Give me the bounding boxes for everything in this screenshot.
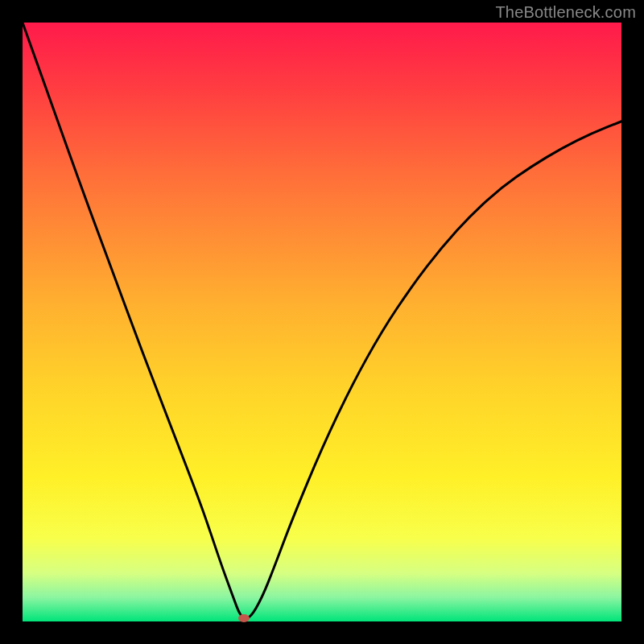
chart-plot-area — [23, 23, 621, 621]
bottleneck-curve — [23, 23, 621, 621]
watermark-text: TheBottleneck.com — [495, 3, 636, 22]
optimal-point-marker — [238, 614, 250, 622]
